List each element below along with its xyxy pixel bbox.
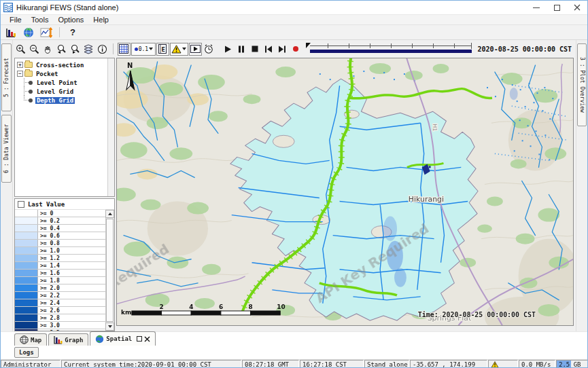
stop-button[interactable]: [249, 43, 262, 56]
zoom-next-button[interactable]: [69, 43, 82, 56]
pan-button[interactable]: [41, 43, 54, 56]
adjust-time-button[interactable]: [203, 43, 215, 56]
folder-icon: [24, 62, 33, 68]
tab-plot-overview[interactable]: 3 : Plot Overview: [577, 43, 587, 126]
layers-button[interactable]: [82, 43, 95, 56]
tab-maximize-icon[interactable]: [137, 336, 142, 342]
legend-row[interactable]: >= 2.0: [15, 284, 105, 292]
legend-label: >= 3.2: [38, 329, 105, 331]
show-grid-button[interactable]: [118, 43, 131, 56]
menu-tools[interactable]: Tools: [27, 16, 54, 24]
scroll-up-button[interactable]: [105, 210, 114, 218]
logs-row: Logs: [1, 346, 587, 359]
app-window: Hikurangi FEWS (Stand alone) FileToolsOp…: [0, 0, 588, 368]
wire-globe-icon: [20, 335, 29, 344]
menu-bar: FileToolsOptionsHelp: [1, 14, 587, 25]
menu-file[interactable]: File: [5, 16, 27, 24]
last-value-checkbox[interactable]: [18, 201, 24, 208]
clock-icon: [203, 44, 214, 54]
legend-scrollbar[interactable]: [105, 210, 114, 331]
spatial-display-button[interactable]: [21, 26, 36, 39]
tree-item-pocket[interactable]: −Pocket: [15, 69, 114, 78]
legend-row[interactable]: >= 1.4: [15, 262, 105, 270]
window-title: Hikurangi FEWS (Stand alone): [16, 3, 526, 12]
legend-row[interactable]: >= 0.6: [15, 232, 105, 240]
time-slider[interactable]: [306, 43, 474, 55]
chevron-down-icon: [149, 48, 153, 50]
tree-item-label: Pocket: [35, 71, 60, 77]
info-button[interactable]: [96, 43, 109, 56]
tree-item-level-grid[interactable]: Level Grid: [15, 87, 114, 96]
legend-row[interactable]: >= 2.6: [15, 307, 105, 314]
maximize-button[interactable]: [547, 1, 567, 14]
map-toolbar: 0.1 E: [13, 40, 576, 58]
record-button[interactable]: [290, 43, 302, 56]
last-value-label: Last Value: [28, 201, 65, 208]
menu-help[interactable]: Help: [88, 16, 114, 24]
zoom-in-button[interactable]: [14, 43, 27, 56]
threshold-dropdown[interactable]: 0.1: [131, 43, 156, 56]
legend-row[interactable]: >= 2.4: [15, 299, 105, 307]
legend-row[interactable]: >= 3.2: [15, 329, 105, 331]
legend-swatch: [15, 210, 38, 217]
scroll-down-button[interactable]: [105, 323, 114, 331]
minimize-button[interactable]: [526, 1, 547, 14]
play-button[interactable]: [222, 43, 235, 56]
map-legend-button[interactable]: E: [156, 43, 169, 56]
timeseries-display-button[interactable]: [39, 26, 54, 39]
legend-swatch: [15, 270, 38, 276]
legend-row[interactable]: >= 0.4: [15, 225, 105, 232]
step-forward-button[interactable]: [276, 43, 289, 56]
map-view[interactable]: API Key Required API Key Required Hikura…: [116, 58, 574, 326]
legend-label: >= 0.8: [38, 240, 105, 246]
tab-spatial[interactable]: Spatial: [90, 331, 156, 346]
animation-button[interactable]: [189, 43, 202, 56]
pause-button[interactable]: [235, 43, 248, 56]
tree-guide-line: [20, 87, 29, 96]
legend-row[interactable]: >= 0: [15, 210, 105, 217]
tree-item-cross-section[interactable]: +Cross-section: [15, 60, 114, 69]
tree-item-label: Level Grid: [35, 88, 75, 95]
tab-forecast[interactable]: 5 : Forecast: [1, 43, 12, 111]
menu-options[interactable]: Options: [53, 16, 88, 24]
legend-row[interactable]: >= 1.6: [15, 270, 105, 277]
movie-play-icon: [190, 45, 201, 53]
tab-close-icon[interactable]: [144, 336, 150, 342]
legend-row[interactable]: >= 2.8: [15, 314, 105, 322]
time-slider-range-bar: [310, 50, 472, 53]
legend-row[interactable]: >= 0.2: [15, 217, 105, 225]
legend-row[interactable]: >= 0.8: [15, 240, 105, 247]
collapse-icon[interactable]: −: [17, 71, 23, 77]
zoom-out-button[interactable]: [28, 43, 41, 56]
tree-item-depth-grid[interactable]: Depth Grid: [15, 96, 114, 105]
tab-graph[interactable]: Graph: [48, 333, 88, 346]
warnings-dropdown[interactable]: [170, 43, 188, 56]
zoom-previous-button[interactable]: [55, 43, 68, 56]
help-button[interactable]: ?: [65, 26, 80, 39]
logs-button[interactable]: Logs: [14, 347, 39, 358]
close-button[interactable]: [567, 1, 587, 14]
grid-display-button[interactable]: [3, 26, 18, 39]
legend-label: >= 2.8: [38, 314, 105, 321]
expand-icon[interactable]: +: [17, 62, 23, 68]
legend-row[interactable]: >= 1.2: [15, 255, 105, 262]
status-segment-3: 16:27:18 CST: [300, 360, 364, 368]
scrollbar-thumb[interactable]: [106, 219, 114, 322]
tree-item-level-point[interactable]: Level Point: [15, 78, 114, 87]
legend-row[interactable]: >= 1.8: [15, 277, 105, 284]
zoom-previous-icon: [56, 44, 67, 54]
title-bar: Hikurangi FEWS (Stand alone): [1, 1, 587, 14]
legend-row[interactable]: >= 2.2: [15, 292, 105, 299]
tab-data-viewer[interactable]: 6 : Data Viewer: [1, 115, 12, 183]
legend-label: >= 2.2: [38, 292, 105, 299]
status-segment-2: 08:27:18 GMT: [242, 360, 299, 368]
zoom-next-icon: [70, 44, 80, 54]
node-bullet-icon: [29, 81, 33, 85]
step-backward-button[interactable]: [262, 43, 275, 56]
tab-map[interactable]: Map: [14, 333, 47, 346]
legend-row[interactable]: >= 1.0: [15, 247, 105, 255]
legend-row[interactable]: >= 3.0: [15, 322, 105, 329]
chevron-down-icon: [182, 48, 186, 50]
toolbar-separator: [59, 27, 60, 37]
tree-scrollbar[interactable]: [107, 58, 114, 196]
